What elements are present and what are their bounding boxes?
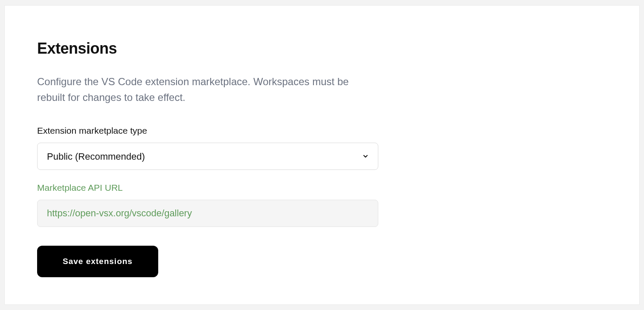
marketplace-type-label: Extension marketplace type xyxy=(37,126,378,136)
save-extensions-button[interactable]: Save extensions xyxy=(37,246,158,277)
api-url-field: Marketplace API URL xyxy=(37,183,378,227)
api-url-label: Marketplace API URL xyxy=(37,183,378,193)
page-title: Extensions xyxy=(37,40,378,57)
page-description: Configure the VS Code extension marketpl… xyxy=(37,74,374,105)
marketplace-type-select[interactable]: Public (Recommended) xyxy=(37,143,378,170)
content-area: Extensions Configure the VS Code extensi… xyxy=(37,40,378,277)
api-url-input[interactable] xyxy=(37,200,378,227)
marketplace-type-field: Extension marketplace type Public (Recom… xyxy=(37,126,378,170)
settings-card: Extensions Configure the VS Code extensi… xyxy=(4,5,640,305)
marketplace-type-select-wrapper: Public (Recommended) xyxy=(37,143,378,170)
